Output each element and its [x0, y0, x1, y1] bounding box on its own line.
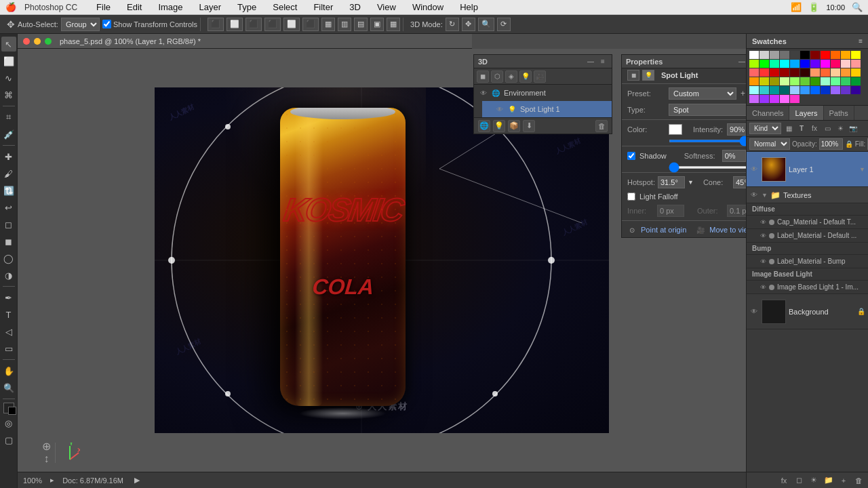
tool-shape[interactable]: ▭: [1, 341, 16, 356]
swatch-yellow[interactable]: [851, 51, 861, 59]
menu-3d[interactable]: 3D: [347, 1, 363, 13]
3d-scene-btn[interactable]: ◼: [477, 70, 489, 83]
blend-mode-select[interactable]: Normal Multiply: [749, 138, 790, 150]
fx-icon[interactable]: fx: [778, 475, 789, 486]
align-right-btn[interactable]: ⬛: [245, 18, 262, 31]
swatch-violet[interactable]: [810, 60, 820, 68]
layer-row-textures[interactable]: 👁 ▼ 📁 Textures: [747, 187, 868, 203]
cone-input[interactable]: [733, 176, 746, 188]
swatch-lightgray[interactable]: [760, 51, 769, 59]
swatch-aqua[interactable]: [821, 77, 830, 85]
label-eye[interactable]: 👁: [760, 232, 766, 239]
align-bottom-btn[interactable]: ⬛: [302, 18, 319, 31]
panel-3d-menu-icon[interactable]: ≡: [598, 57, 608, 66]
cap-eye[interactable]: 👁: [760, 219, 766, 226]
color-swatch[interactable]: [669, 124, 682, 135]
softness-slider[interactable]: [669, 166, 746, 169]
menu-filter[interactable]: Filter: [311, 1, 336, 13]
move-to-view-link[interactable]: Move to view: [709, 226, 746, 234]
cap-material-item[interactable]: 👁 Cap_Material - Default T...: [747, 216, 868, 229]
swatch-red[interactable]: [821, 51, 830, 59]
swatch-olive[interactable]: [760, 77, 769, 85]
add-group-icon[interactable]: 📁: [823, 475, 834, 486]
add-adj-icon[interactable]: ☀: [808, 475, 819, 486]
tool-path-select[interactable]: ◁: [1, 324, 16, 339]
tab-layers[interactable]: Layers: [789, 106, 823, 120]
tool-zoom[interactable]: 🔍: [1, 380, 16, 395]
swatch-white[interactable]: [749, 51, 759, 59]
textures-eye[interactable]: 👁: [749, 190, 759, 200]
menu-help[interactable]: Help: [457, 1, 481, 13]
swatch-rose[interactable]: [831, 60, 840, 68]
distribute2-btn[interactable]: ▥: [338, 18, 351, 31]
menu-select[interactable]: Select: [270, 1, 300, 13]
move-tool-icon[interactable]: ✥: [7, 19, 15, 30]
swatch-salmon[interactable]: [749, 68, 759, 77]
swatch-lilac[interactable]: [749, 95, 759, 103]
swatch-teal[interactable]: [760, 86, 769, 94]
panel-props-header[interactable]: Properties — ≡: [622, 55, 746, 68]
3d-light-btn[interactable]: 💡: [519, 70, 532, 83]
point-at-origin-link[interactable]: Point at origin: [641, 226, 686, 234]
outer-input[interactable]: [727, 205, 746, 217]
props-icon-1[interactable]: ◼: [627, 70, 639, 81]
props-icon-2[interactable]: 💡: [642, 70, 654, 81]
menu-window[interactable]: Window: [410, 1, 446, 13]
tool-eraser[interactable]: ◻: [1, 217, 16, 232]
swatch-pink[interactable]: [851, 60, 861, 68]
swatch-amber[interactable]: [841, 51, 850, 59]
align-top-btn[interactable]: ⬛: [264, 18, 281, 31]
tool-pen[interactable]: ✒: [1, 290, 16, 305]
tool-gradient[interactable]: ◼: [1, 234, 16, 249]
distribute-btn[interactable]: ▦: [321, 18, 335, 31]
auto-select-dropdown[interactable]: GroupLayer: [61, 18, 100, 31]
panel-3d-collapse-icon[interactable]: —: [586, 57, 595, 66]
3d-camera-btn[interactable]: 🎥: [534, 70, 546, 83]
swatch-lavender[interactable]: [780, 95, 789, 103]
3d-add-mesh-btn[interactable]: 📦: [508, 120, 520, 132]
swatch-magenta[interactable]: [821, 60, 830, 68]
delete-layer-icon[interactable]: 🗑: [853, 475, 864, 486]
3d-material-btn[interactable]: ◈: [505, 70, 517, 83]
swatch-tangerine[interactable]: [841, 68, 850, 77]
align-middle-btn[interactable]: ⬜: [283, 18, 300, 31]
layer-row-background[interactable]: 👁 Background 🔒: [747, 294, 868, 329]
tool-eyedropper[interactable]: 💉: [1, 127, 16, 142]
show-transform-check[interactable]: Show Transform Controls: [102, 20, 197, 28]
intensity-input[interactable]: [727, 123, 746, 136]
3d-mesh-btn[interactable]: ⬡: [491, 70, 503, 83]
tool-lasso[interactable]: ∿: [1, 70, 16, 85]
swatch-vdarkteal[interactable]: [780, 86, 789, 94]
swatch-blue[interactable]: [800, 60, 810, 68]
swatch-leafgreen[interactable]: [800, 77, 810, 85]
distribute5-btn[interactable]: ▦: [387, 18, 400, 31]
hotspot-input[interactable]: [658, 176, 685, 188]
3d-rotate-btn[interactable]: ↻: [446, 18, 459, 31]
textures-expand-icon[interactable]: ▼: [762, 192, 768, 199]
window-max-btn[interactable]: [45, 38, 52, 45]
swatch-skin[interactable]: [831, 68, 840, 77]
window-close-btn[interactable]: [23, 38, 30, 45]
layer-row-layer1[interactable]: 👁 Layer 1 ▼: [747, 152, 868, 187]
tab-paths[interactable]: Paths: [824, 106, 854, 120]
show-transform-checkbox[interactable]: [102, 20, 111, 28]
swatch-forestgreen[interactable]: [810, 77, 820, 85]
tool-quick-mask[interactable]: ◎: [1, 415, 16, 430]
swatch-darkred[interactable]: [810, 51, 820, 59]
distribute3-btn[interactable]: ▤: [354, 18, 368, 31]
tool-screen-mode[interactable]: ▢: [1, 432, 16, 447]
3d-add-scene-btn[interactable]: 🌐: [478, 120, 490, 132]
swatch-mint[interactable]: [770, 60, 779, 68]
swatches-menu-icon[interactable]: ≡: [859, 37, 863, 45]
hotspot-chevron[interactable]: ▼: [688, 179, 694, 186]
panel-props-collapse-icon[interactable]: —: [737, 57, 746, 66]
swatch-darkorange[interactable]: [749, 77, 759, 85]
label-material-item[interactable]: 👁 Label_Material - Default ...: [747, 229, 868, 243]
swatch-maroon2[interactable]: [780, 68, 789, 77]
swatch-lightpink[interactable]: [841, 60, 850, 68]
tool-move[interactable]: ↖: [1, 37, 16, 52]
swatch-indigo[interactable]: [851, 86, 861, 94]
swatch-orange[interactable]: [831, 51, 840, 59]
swatch-hotpink[interactable]: [760, 68, 769, 77]
swatch-royalblue[interactable]: [810, 86, 820, 94]
